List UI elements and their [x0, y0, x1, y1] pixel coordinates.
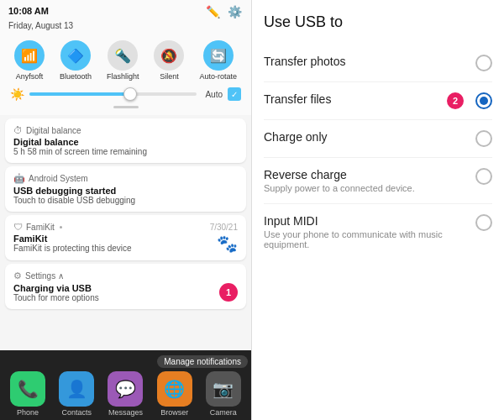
famikit-brand-icon: 🐾 — [217, 234, 238, 254]
dock-row: 📞 Phone 👤 Contacts 💬 Messages 🌐 Browser … — [3, 371, 248, 417]
qs-bluetooth-label: Bluetooth — [60, 72, 92, 81]
android-system-app: Android System — [29, 174, 88, 183]
usb-option-charge-only-text: Charge only — [264, 130, 467, 144]
notif-header-android: 🤖 Android System — [13, 173, 238, 184]
settings-usb-badge: 1 — [219, 283, 238, 302]
qs-autorotate-icon: 🔄 — [203, 40, 234, 71]
brightness-row: ☀️ Auto ✓ — [7, 86, 244, 102]
dock-camera[interactable]: 📷 Camera — [206, 371, 241, 417]
usb-option-right-files: 2 — [442, 92, 492, 109]
clock: 10:08 AM — [8, 5, 73, 17]
android-system-body: Touch to disable USB debugging — [13, 196, 238, 205]
usb-option-right-photos — [467, 55, 492, 71]
notif-settings-usb[interactable]: ⚙ Settings ∧ Charging via USB Touch for … — [5, 264, 246, 309]
messages-icon: 💬 — [108, 371, 143, 407]
radio-input-midi[interactable] — [475, 214, 492, 231]
notif-famikit[interactable]: 🛡 FamiKit 7/30/21 FamiKit FamiKit is pro… — [5, 215, 246, 260]
settings-usb-icon: ⚙ — [13, 270, 22, 281]
qs-anyfsoft[interactable]: 📶 Anyfsoft — [14, 40, 45, 81]
radio-charge-only[interactable] — [475, 130, 492, 147]
android-system-title: USB debugging started — [13, 186, 238, 196]
usb-option-transfer-files[interactable]: Transfer files 2 — [264, 82, 492, 120]
qs-flashlight-label: Flashlight — [107, 72, 139, 81]
digital-balance-app: Digital balance — [26, 126, 81, 135]
dock-camera-label: Camera — [210, 408, 237, 417]
status-icons: ✏️ ⚙️ — [206, 5, 243, 20]
qs-autorotate[interactable]: 🔄 Auto-rotate — [199, 40, 237, 81]
digital-balance-icon: ⏱ — [13, 125, 23, 135]
usb-option-input-midi-desc: Use your phone to communicate with music… — [264, 229, 467, 249]
right-panel: Use USB to Transfer photos Transfer file… — [252, 0, 504, 420]
qs-flashlight-icon: 🔦 — [108, 40, 138, 71]
dock-contacts[interactable]: 👤 Contacts — [59, 371, 94, 417]
qs-anyfsoft-icon: 📶 — [14, 40, 45, 71]
digital-balance-title: Digital balance — [13, 137, 238, 147]
radio-transfer-files[interactable] — [475, 92, 492, 109]
notif-android-system[interactable]: 🤖 Android System USB debugging started T… — [5, 166, 246, 212]
qs-silent[interactable]: 🔕 Silent — [154, 40, 184, 81]
qs-flashlight[interactable]: 🔦 Flashlight — [107, 40, 139, 81]
bottom-dock: Manage notifications 📞 Phone 👤 Contacts … — [0, 350, 251, 420]
settings-usb-row: Charging via USB Touch for more options … — [13, 283, 238, 302]
famikit-row: FamiKit FamiKit is protecting this devic… — [13, 234, 238, 254]
usb-option-reverse-charge[interactable]: Reverse charge Supply power to a connect… — [264, 158, 492, 204]
dock-phone[interactable]: 📞 Phone — [10, 371, 45, 417]
quick-settings: 📶 Anyfsoft 🔷 Bluetooth 🔦 Flashlight 🔕 Si… — [0, 35, 251, 115]
qs-bluetooth[interactable]: 🔷 Bluetooth — [60, 40, 92, 81]
settings-usb-body: Touch for more options — [13, 293, 99, 302]
dock-messages-label: Messages — [108, 408, 143, 417]
brightness-icon: ☀️ — [10, 87, 24, 101]
notif-digital-balance[interactable]: ⏱ Digital balance Digital balance 5 h 58… — [5, 118, 246, 163]
android-system-icon: 🤖 — [13, 173, 25, 184]
brightness-fill — [29, 92, 130, 96]
left-panel: 10:08 AM Friday, August 13 ✏️ ⚙️ 📶 Anyfs… — [0, 0, 252, 420]
brightness-auto-label: Auto — [205, 90, 223, 99]
notification-list: ⏱ Digital balance Digital balance 5 h 58… — [0, 115, 251, 350]
famikit-text: FamiKit FamiKit is protecting this devic… — [13, 234, 132, 253]
radio-reverse-charge[interactable] — [475, 168, 492, 185]
usb-option-transfer-photos-label: Transfer photos — [264, 55, 467, 68]
dock-browser-label: Browser — [160, 408, 188, 417]
radio-transfer-photos[interactable] — [475, 55, 492, 71]
qs-anyfsoft-label: Anyfsoft — [16, 72, 44, 81]
settings-usb-app: Settings ∧ — [25, 271, 64, 281]
dock-browser[interactable]: 🌐 Browser — [157, 371, 192, 417]
qs-bluetooth-icon: 🔷 — [60, 40, 91, 71]
settings-icon[interactable]: ⚙️ — [228, 5, 243, 20]
usb-option-reverse-charge-label: Reverse charge — [264, 168, 467, 181]
camera-icon: 📷 — [206, 371, 241, 407]
famikit-time: 7/30/21 — [210, 223, 238, 232]
settings-usb-text: Charging via USB Touch for more options — [13, 283, 99, 302]
transfer-files-badge: 2 — [447, 92, 464, 109]
status-time-block: 10:08 AM Friday, August 13 — [8, 5, 73, 32]
qs-silent-label: Silent — [160, 72, 179, 81]
usb-option-transfer-files-text: Transfer files — [264, 92, 442, 106]
usb-option-right-reverse — [467, 168, 492, 185]
notif-dot — [60, 226, 62, 228]
digital-balance-body: 5 h 58 min of screen time remaining — [13, 147, 238, 156]
radio-inner-files — [480, 97, 488, 105]
famikit-icon: 🛡 — [13, 222, 23, 232]
usb-option-input-midi-label: Input MIDI — [264, 214, 467, 228]
edit-icon[interactable]: ✏️ — [206, 5, 221, 20]
notif-header: ⏱ Digital balance — [13, 125, 238, 135]
qs-autorotate-label: Auto-rotate — [199, 72, 237, 81]
famikit-app: FamiKit — [26, 223, 55, 232]
usb-option-charge-only-label: Charge only — [264, 130, 467, 144]
phone-icon: 📞 — [10, 371, 45, 407]
brightness-thumb — [123, 87, 137, 101]
usb-option-right-midi — [467, 214, 492, 231]
usb-option-reverse-charge-text: Reverse charge Supply power to a connect… — [264, 168, 467, 193]
usb-option-input-midi[interactable]: Input MIDI Use your phone to communicate… — [264, 204, 492, 260]
contacts-icon: 👤 — [59, 371, 94, 407]
qs-silent-icon: 🔕 — [154, 40, 184, 71]
usb-option-charge-only[interactable]: Charge only — [264, 120, 492, 158]
settings-usb-title: Charging via USB — [13, 283, 99, 293]
usb-option-transfer-photos[interactable]: Transfer photos — [264, 45, 492, 82]
manage-notifications-button[interactable]: Manage notifications — [157, 355, 248, 368]
dock-messages[interactable]: 💬 Messages — [108, 371, 143, 417]
brightness-slider[interactable] — [29, 92, 197, 96]
usb-panel-title: Use USB to — [264, 13, 492, 31]
brightness-check[interactable]: ✓ — [228, 87, 241, 101]
drag-handle — [113, 106, 139, 108]
